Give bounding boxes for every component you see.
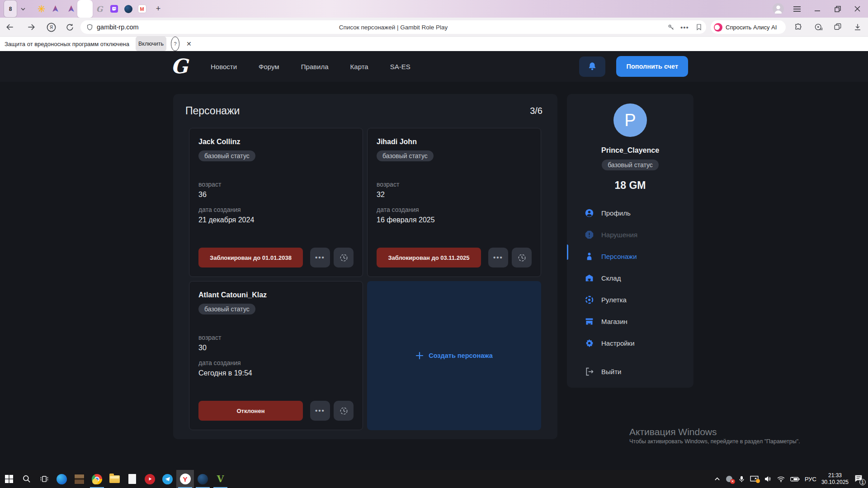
taskbar-edge-icon[interactable] <box>53 470 71 488</box>
taskbar-telegram-icon[interactable] <box>159 470 176 488</box>
side-panel-icon[interactable] <box>832 18 843 37</box>
pinned-tab-steam-icon[interactable] <box>123 0 134 18</box>
nav-forum[interactable]: Форум <box>259 63 279 70</box>
bookmark-icon[interactable] <box>695 20 703 34</box>
url-field[interactable]: gambit-rp.com Список персонажей | Gambit… <box>80 20 706 34</box>
menu-item-characters[interactable]: Персонажи <box>585 245 693 267</box>
restore-button[interactable] <box>833 0 843 18</box>
blocked-status-button[interactable]: Заблокирован до 03.11.2025 <box>377 248 481 267</box>
menu-item-violations[interactable]: Нарушения <box>585 224 693 245</box>
refresh-button[interactable] <box>64 18 75 37</box>
menu-label: Магазин <box>601 318 627 325</box>
site-header: G Новости Форум Правила Карта SA-ES Попо… <box>0 51 868 82</box>
tray-volume-icon[interactable] <box>764 475 772 483</box>
tray-microphone-icon[interactable] <box>738 475 745 483</box>
alice-label: Спросить Алису AI <box>726 24 777 31</box>
passwords-key-icon[interactable] <box>667 20 675 34</box>
forward-button[interactable] <box>26 18 37 37</box>
create-character-button[interactable]: Создать персонажа <box>367 281 541 430</box>
tray-muted-app-icon[interactable]: ✕ <box>725 475 733 483</box>
search-button[interactable] <box>18 470 35 488</box>
shop-icon <box>585 317 594 326</box>
extensions-icon[interactable] <box>793 18 804 37</box>
rejected-status-button[interactable]: Отклонен <box>198 401 303 421</box>
created-label: дата создания <box>377 206 532 214</box>
taskbar-media-icon[interactable] <box>141 470 159 488</box>
orange-badge <box>756 479 760 483</box>
taskbar-chrome-icon[interactable] <box>88 470 106 488</box>
age-label: возраст <box>377 180 532 188</box>
yandex-icon[interactable]: Я <box>46 18 57 37</box>
status-badge: базовый статус <box>198 150 255 161</box>
menu-item-roulette[interactable]: Рулетка <box>585 289 693 310</box>
task-view-button[interactable] <box>35 470 53 488</box>
age-value: 32 <box>377 190 532 199</box>
browser-profile-avatar[interactable] <box>772 0 784 18</box>
menu-item-profile[interactable]: Профиль <box>585 202 693 224</box>
pinned-tab-g-icon[interactable]: G <box>94 0 105 18</box>
card-more-button[interactable]: ••• <box>488 248 508 267</box>
history-clock-icon <box>339 406 349 416</box>
nav-sa-es[interactable]: SA-ES <box>390 63 410 70</box>
card-more-button[interactable]: ••• <box>310 248 330 267</box>
more-actions-icon[interactable]: ••• <box>680 20 689 34</box>
minimize-button[interactable] <box>812 0 822 18</box>
ask-alice-button[interactable]: Спросить Алису AI <box>711 20 786 34</box>
card-history-button[interactable] <box>334 248 354 267</box>
enable-protection-button[interactable]: Включить <box>136 37 166 51</box>
topup-button[interactable]: Пополнить счет <box>616 56 688 77</box>
taskbar-steam-icon[interactable] <box>194 470 212 488</box>
help-icon[interactable]: ? <box>171 37 179 51</box>
system-tray: ✕ РУС 21:33 30.10.2025 <box>714 470 868 488</box>
browser-menu-icon[interactable] <box>792 0 802 18</box>
profile-panel: P Prince_Clayence базовый статус 18 GM П… <box>567 94 693 388</box>
menu-item-warehouse[interactable]: Склад <box>585 267 693 289</box>
menu-item-settings[interactable]: Настройки <box>585 332 693 354</box>
taskbar-gta-v-icon[interactable]: V <box>212 470 229 488</box>
tray-wifi-icon[interactable] <box>777 476 785 483</box>
active-tab[interactable] <box>77 0 93 18</box>
card-more-button[interactable]: ••• <box>310 401 330 421</box>
taskbar-game-icon[interactable] <box>71 470 88 488</box>
pinned-tab-sun-icon[interactable] <box>35 0 47 18</box>
notification-badge: 1 <box>859 479 866 485</box>
tray-battery-icon[interactable] <box>790 476 800 482</box>
new-tab-button[interactable]: + <box>154 0 163 18</box>
close-button[interactable] <box>852 0 862 18</box>
tab-counter-button[interactable]: 8 <box>4 0 17 18</box>
menu-item-shop[interactable]: Магазин <box>585 310 693 332</box>
nav-map[interactable]: Карта <box>350 63 368 70</box>
created-value: 21 декабря 2024 <box>198 216 354 225</box>
pinned-tab-gmail-icon[interactable]: M <box>136 0 148 18</box>
taskbar-notepad-icon[interactable] <box>123 470 141 488</box>
notice-close-icon[interactable]: ✕ <box>186 37 192 51</box>
card-history-button[interactable] <box>512 248 532 267</box>
taskbar-yandex-browser-icon[interactable]: Y <box>176 470 194 488</box>
start-button[interactable] <box>0 470 18 488</box>
tray-cast-icon[interactable] <box>750 476 759 483</box>
ellipsis-icon: ••• <box>315 408 325 413</box>
back-button[interactable] <box>5 18 15 37</box>
card-history-button[interactable] <box>334 401 354 421</box>
pinned-tab-sail-icon[interactable] <box>49 0 61 18</box>
notifications-bell-button[interactable] <box>579 56 605 77</box>
age-value: 30 <box>198 343 354 352</box>
video-popup-icon[interactable] <box>813 18 824 37</box>
blocked-status-button[interactable]: Заблокирован до 01.01.2038 <box>198 248 303 267</box>
language-indicator[interactable]: РУС <box>805 476 816 483</box>
pinned-tab-sail2-icon[interactable] <box>65 0 77 18</box>
taskbar-explorer-icon[interactable] <box>106 470 123 488</box>
character-name: Atlant Catouni_Klaz <box>198 291 354 300</box>
tray-chevron-icon[interactable] <box>714 476 720 482</box>
taskbar-clock[interactable]: 21:33 30.10.2025 <box>821 472 849 486</box>
notification-center-icon[interactable]: 1 <box>854 474 864 484</box>
nav-rules[interactable]: Правила <box>301 63 329 70</box>
tabs-chevron-icon[interactable] <box>20 0 26 18</box>
nav-news[interactable]: Новости <box>211 63 237 70</box>
downloads-icon[interactable] <box>852 18 863 37</box>
logout-button[interactable]: Выйти <box>585 361 693 382</box>
site-logo[interactable]: G <box>171 53 192 80</box>
pinned-tab-twitch-icon[interactable] <box>108 0 120 18</box>
profile-avatar[interactable]: P <box>613 103 647 137</box>
warehouse-icon <box>585 273 594 283</box>
